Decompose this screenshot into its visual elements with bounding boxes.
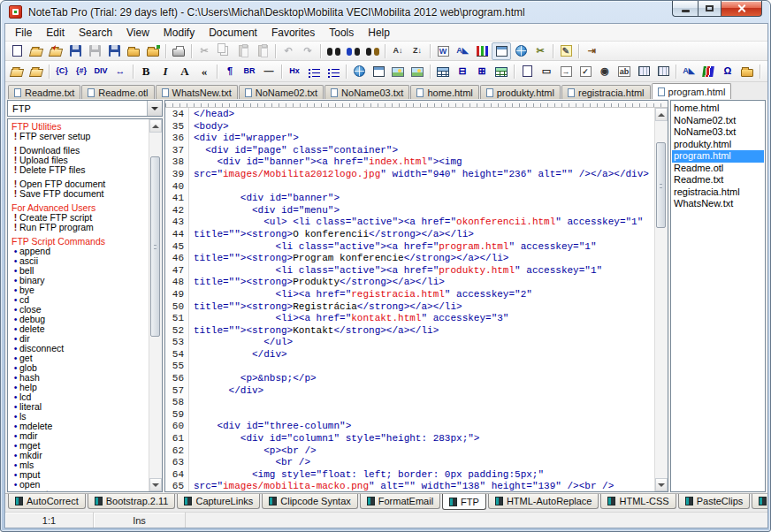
font-color-tag-button[interactable]: A bbox=[175, 63, 195, 80]
menu-search[interactable]: Search bbox=[72, 25, 119, 41]
horizontal-rule-tag-button[interactable]: — bbox=[259, 63, 279, 80]
find-in-files-button[interactable] bbox=[363, 42, 382, 60]
open-clip-folder-button[interactable] bbox=[27, 63, 46, 80]
special-characters-button[interactable]: Ω bbox=[718, 63, 737, 80]
document-statistics-button[interactable] bbox=[472, 42, 492, 60]
button-input-button[interactable]: ▭ bbox=[537, 63, 556, 80]
clip-tab-bootstrap-2-11[interactable]: Bootstrap.2.11 bbox=[88, 494, 176, 509]
web-browser-button[interactable] bbox=[511, 42, 531, 60]
clip-item[interactable]: !Run FTP program bbox=[11, 223, 149, 232]
textarea-input-button[interactable] bbox=[634, 63, 653, 80]
menu-document[interactable]: Document bbox=[202, 25, 264, 41]
clip-item[interactable]: •literal bbox=[11, 402, 149, 412]
file-item[interactable]: home.html bbox=[672, 103, 764, 115]
file-item[interactable]: NoName02.txt bbox=[672, 115, 764, 127]
sidebar-scrollbar[interactable] bbox=[149, 119, 162, 491]
scroll-up-icon[interactable] bbox=[655, 108, 668, 121]
open-favorites-button[interactable] bbox=[46, 42, 65, 60]
scroll-up-icon[interactable] bbox=[149, 119, 162, 133]
clip-item[interactable]: •bye bbox=[11, 285, 149, 295]
break-tag-button[interactable]: BR bbox=[240, 63, 259, 80]
checkbox-input-button[interactable]: ✓ bbox=[576, 63, 595, 80]
file-item[interactable]: program.html bbox=[672, 150, 764, 163]
sort-descending-button[interactable]: Z↓ bbox=[408, 42, 427, 60]
code-editor[interactable]: </head><body><div id="wrapper"> <div id=… bbox=[189, 108, 654, 491]
quick-options-button[interactable]: ✎ bbox=[556, 42, 576, 60]
scroll-down-icon[interactable] bbox=[655, 478, 668, 491]
clip-item[interactable]: !Delete FTP files bbox=[11, 165, 149, 175]
new-from-template-button[interactable] bbox=[143, 42, 163, 60]
table-cell-tag-button[interactable]: ⊞ bbox=[472, 63, 492, 80]
ms-word-button[interactable]: W bbox=[433, 42, 453, 60]
chevron-down-icon[interactable] bbox=[147, 101, 162, 116]
quote-tag-button[interactable]: « bbox=[195, 63, 214, 80]
exit-button[interactable]: ⇥ bbox=[582, 42, 601, 60]
maximize-button[interactable] bbox=[698, 1, 721, 17]
new-document-button[interactable] bbox=[7, 42, 27, 60]
file-item[interactable]: NoName03.txt bbox=[672, 126, 764, 139]
doc-tab-whatsnew-txt[interactable]: WhatsNew.txt bbox=[156, 85, 238, 99]
table-row-tag-button[interactable]: ⊟ bbox=[453, 63, 472, 80]
menu-file[interactable]: File bbox=[8, 25, 39, 41]
font-dialog-button[interactable]: A◣ bbox=[679, 63, 698, 80]
sidebar-scroll-track[interactable] bbox=[149, 133, 162, 478]
menu-view[interactable]: View bbox=[119, 25, 156, 41]
file-item[interactable]: registracia.html bbox=[672, 186, 764, 199]
doc-tab-noname02-txt[interactable]: NoName02.txt bbox=[239, 85, 324, 99]
clipbook-folder-button[interactable] bbox=[737, 63, 757, 80]
minimize-button[interactable] bbox=[672, 1, 698, 17]
doc-tab-registracia-html[interactable]: registracia.html bbox=[561, 85, 651, 99]
clip-tab-pasteclips[interactable]: PasteClips bbox=[678, 494, 751, 509]
unordered-list-tag-button[interactable] bbox=[324, 63, 343, 80]
doc-tab-home-html[interactable]: home.html bbox=[410, 85, 478, 99]
clip-tab-formatemail[interactable]: FormatEmail bbox=[360, 494, 440, 509]
doc-tab-noname03-txt[interactable]: NoName03.txt bbox=[324, 85, 409, 99]
print-button[interactable] bbox=[169, 42, 188, 60]
image-gallery-button[interactable] bbox=[763, 63, 768, 80]
anchor-tag-button[interactable] bbox=[369, 63, 388, 80]
web-link-button[interactable] bbox=[349, 63, 369, 80]
text-zoom-button[interactable]: A◣ bbox=[453, 42, 472, 60]
open-file-button[interactable] bbox=[27, 42, 46, 60]
doc-tab-program-html[interactable]: program.html bbox=[652, 83, 732, 99]
table-tag-button[interactable] bbox=[433, 63, 453, 80]
save-button[interactable] bbox=[65, 42, 85, 60]
doc-tab-readme-otl[interactable]: Readme.otl bbox=[81, 85, 154, 99]
clip-tab-ftp[interactable]: FTP bbox=[442, 494, 486, 510]
clip-tab-clipcode-syntax[interactable]: Clipcode Syntax bbox=[262, 494, 358, 509]
heading-tag-button[interactable]: Hx bbox=[285, 63, 304, 80]
clip-item[interactable]: •help bbox=[11, 383, 149, 392]
save-to-favorites-button[interactable] bbox=[104, 42, 124, 60]
paragraph-tag-button[interactable]: ¶ bbox=[220, 63, 240, 80]
sidebar-scroll-thumb[interactable] bbox=[150, 156, 160, 336]
image-tag-button[interactable] bbox=[388, 63, 408, 80]
file-item[interactable]: WhatsNew.txt bbox=[672, 198, 764, 210]
menu-modify[interactable]: Modify bbox=[156, 25, 202, 41]
form-tag-button[interactable] bbox=[517, 63, 537, 80]
close-document-button[interactable] bbox=[124, 42, 143, 60]
menu-edit[interactable]: Edit bbox=[39, 25, 72, 41]
open-html-template-button[interactable] bbox=[7, 63, 27, 80]
clip-code-button[interactable]: {C} bbox=[52, 63, 72, 80]
sort-ascending-button[interactable]: A↓ bbox=[388, 42, 408, 60]
html-entity-button[interactable]: {#} bbox=[72, 63, 91, 80]
clip-item[interactable]: •delete bbox=[11, 324, 149, 334]
clipbook-panel-button[interactable] bbox=[492, 42, 511, 60]
italic-tag-button[interactable]: I bbox=[156, 63, 175, 80]
image-map-button[interactable] bbox=[408, 63, 427, 80]
color-pens-button[interactable] bbox=[698, 63, 718, 80]
title-bar[interactable]: NoteTab Pro (Trial: 29 days left) - C:\U… bbox=[1, 1, 770, 23]
radio-input-button[interactable]: ◉ bbox=[595, 63, 615, 80]
ordered-list-tag-button[interactable] bbox=[304, 63, 324, 80]
clip-tab-capturelinks[interactable]: CaptureLinks bbox=[177, 494, 260, 509]
clip-tab-remindme[interactable]: RemindMe bbox=[752, 494, 768, 509]
doc-tab-produkty-html[interactable]: produkty.html bbox=[480, 85, 561, 99]
submit-button-button[interactable]: → bbox=[556, 63, 576, 80]
menu-favorites[interactable]: Favorites bbox=[264, 25, 322, 41]
menu-help[interactable]: Help bbox=[361, 25, 397, 41]
file-item[interactable]: Readme.txt bbox=[672, 174, 764, 186]
scroll-down-icon[interactable] bbox=[149, 478, 162, 491]
file-item[interactable]: produkty.html bbox=[672, 139, 764, 151]
clip-tab-autocorrect[interactable]: AutoCorrect bbox=[8, 494, 86, 509]
div-tag-button[interactable]: DIV bbox=[91, 63, 111, 80]
